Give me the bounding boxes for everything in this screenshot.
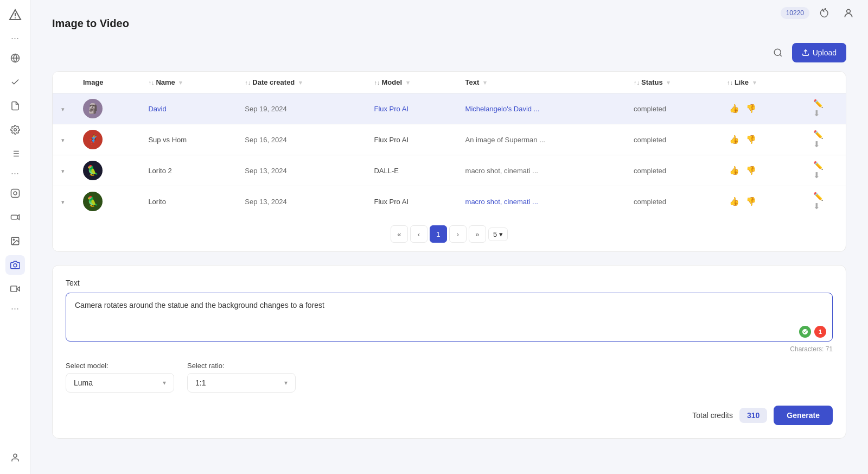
row-like-cell: 👍 👎: [718, 155, 802, 186]
row-actions-cell: ✏️ ⬇: [802, 186, 846, 217]
search-button[interactable]: [768, 43, 788, 62]
row-name: Lorito 2: [148, 167, 171, 175]
char-count: Characters: 71: [66, 345, 833, 353]
row-image-cell: 🦜: [74, 186, 139, 217]
row-actions-cell: ✏️ ⬇: [802, 155, 846, 186]
sidebar: ··· ··· ···: [0, 0, 30, 474]
per-page-select[interactable]: 5 ▾: [488, 227, 508, 241]
row-status-cell: completed: [625, 93, 718, 124]
row-model-cell: DALL-E: [365, 155, 456, 186]
row-name-cell: Lorito 2: [139, 155, 236, 186]
col-status[interactable]: ↑↓Status ▾: [625, 72, 718, 93]
col-name[interactable]: ↑↓Name ▾: [139, 72, 236, 93]
error-count-badge[interactable]: 1: [814, 326, 826, 338]
table-row: ▾ 🦜 Lorito 2 Sep 13, 2024 DALL-E macro s…: [53, 155, 846, 186]
pagination: « ‹ 1 › » 5 ▾: [53, 217, 846, 251]
svg-rect-14: [11, 215, 17, 219]
row-expand-chevron[interactable]: ▾: [61, 106, 65, 112]
row-like-cell: 👍 👎: [718, 93, 802, 124]
thumbs-up-icon[interactable]: 👍: [727, 103, 742, 114]
row-date-cell: Sep 13, 2024: [236, 186, 365, 217]
text-textarea[interactable]: Camera rotates around the statue and the…: [66, 293, 833, 342]
row-chevron-cell[interactable]: ▾: [53, 186, 74, 217]
row-avatar: 🦸: [83, 130, 103, 149]
thumbs-up-icon[interactable]: 👍: [727, 165, 742, 176]
model-form-group: Select model: Luma ▾: [66, 362, 174, 393]
row-name: Sup vs Hom: [148, 136, 187, 144]
total-credits-label: Total credits: [692, 411, 733, 420]
sidebar-more-middle[interactable]: ···: [11, 168, 19, 179]
download-icon[interactable]: ⬇: [811, 108, 822, 119]
sidebar-item-user[interactable]: [5, 448, 25, 467]
row-model: Flux Pro AI: [374, 136, 409, 144]
thumbs-down-icon[interactable]: 👎: [744, 165, 758, 176]
table-row: ▾ 🦸 Sup vs Hom Sep 16, 2024 Flux Pro AI …: [53, 124, 846, 155]
sidebar-item-document[interactable]: [5, 96, 25, 116]
row-like-cell: 👍 👎: [718, 124, 802, 155]
row-chevron-cell[interactable]: ▾: [53, 124, 74, 155]
col-like[interactable]: ↑↓Like ▾: [718, 72, 802, 93]
row-text-preview: Michelangelo's David ...: [465, 105, 540, 113]
row-text-cell: macro shot, cinemati ...: [457, 155, 625, 186]
row-chevron-cell[interactable]: ▾: [53, 93, 74, 124]
toolbar: Upload: [52, 43, 846, 62]
download-icon[interactable]: ⬇: [811, 169, 822, 181]
row-like-cell: 👍 👎: [718, 186, 802, 217]
pagination-page-1[interactable]: 1: [430, 225, 447, 243]
row-expand-chevron[interactable]: ▾: [61, 168, 65, 174]
download-icon[interactable]: ⬇: [811, 138, 822, 150]
row-model-cell: Flux Pro AI: [365, 124, 456, 155]
generate-button[interactable]: Generate: [774, 406, 833, 425]
sidebar-item-globe[interactable]: [5, 48, 25, 68]
thumbs-down-icon[interactable]: 👎: [744, 195, 758, 207]
sidebar-more-top[interactable]: ···: [11, 33, 19, 44]
pagination-next[interactable]: ›: [449, 225, 467, 243]
row-actions-cell: ✏️ ⬇: [802, 124, 846, 155]
col-text[interactable]: Text ▾: [457, 72, 625, 93]
row-avatar: 🦜: [83, 192, 103, 211]
svg-marker-15: [17, 215, 19, 220]
row-expand-chevron[interactable]: ▾: [61, 199, 65, 205]
page-title: Image to Video: [52, 17, 846, 30]
row-model: Flux Pro AI: [374, 105, 409, 113]
ratio-select-chevron: ▾: [284, 379, 288, 387]
col-date[interactable]: ↑↓Date created ▾: [236, 72, 365, 93]
pagination-prev[interactable]: ‹: [410, 225, 427, 243]
upload-button[interactable]: Upload: [792, 43, 846, 62]
row-status-cell: completed: [625, 124, 718, 155]
row-expand-chevron[interactable]: ▾: [61, 137, 65, 143]
credits-value: 310: [739, 408, 767, 423]
thumbs-up-icon[interactable]: 👍: [727, 134, 742, 145]
download-icon[interactable]: ⬇: [811, 200, 822, 212]
sidebar-item-camera-active[interactable]: [5, 255, 25, 275]
sidebar-item-photos[interactable]: [5, 231, 25, 251]
pagination-last[interactable]: »: [469, 225, 486, 243]
sidebar-item-check[interactable]: [5, 72, 25, 92]
col-model[interactable]: ↑↓Model ▾: [365, 72, 456, 93]
row-name-cell: Sup vs Hom: [139, 124, 236, 155]
sidebar-item-video[interactable]: [5, 207, 25, 227]
thumbs-down-icon[interactable]: 👎: [744, 134, 758, 145]
model-select[interactable]: Luma ▾: [66, 373, 174, 393]
grammar-check-icon[interactable]: [799, 326, 811, 338]
row-chevron-cell[interactable]: ▾: [53, 155, 74, 186]
sidebar-item-settings[interactable]: [5, 120, 25, 140]
ratio-select[interactable]: 1:1 ▾: [187, 373, 296, 393]
sidebar-more-bottom[interactable]: ···: [11, 303, 19, 314]
thumbs-up-icon[interactable]: 👍: [727, 195, 742, 207]
model-select-chevron: ▾: [163, 379, 166, 387]
svg-point-2: [15, 17, 16, 18]
pagination-first[interactable]: «: [391, 225, 408, 243]
col-image: Image: [74, 72, 139, 93]
thumbs-down-icon[interactable]: 👎: [744, 103, 758, 114]
row-model-cell: Flux Pro AI: [365, 186, 456, 217]
svg-point-18: [14, 264, 17, 267]
sidebar-item-list[interactable]: [5, 144, 25, 163]
sidebar-item-instagram[interactable]: [5, 184, 25, 203]
row-name-link[interactable]: David: [148, 105, 166, 113]
sidebar-item-video2[interactable]: [5, 279, 25, 299]
app-logo[interactable]: [7, 7, 24, 24]
row-avatar: 🗿: [83, 99, 103, 118]
row-date-cell: Sep 13, 2024: [236, 155, 365, 186]
table-row: ▾ 🦜 Lorito Sep 13, 2024 Flux Pro AI macr…: [53, 186, 846, 217]
